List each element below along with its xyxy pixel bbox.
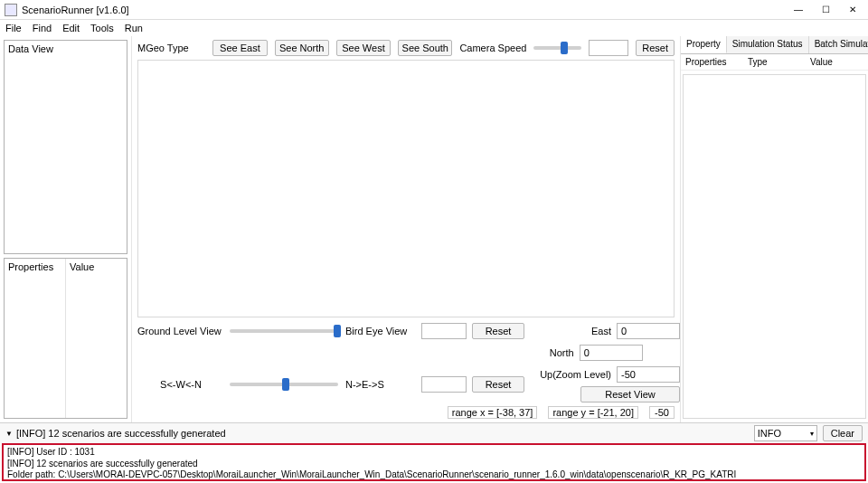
direction-reset-button[interactable]: Reset [472, 376, 524, 393]
range-y-label: range y = [-21, 20] [548, 406, 638, 419]
east-label: East [532, 326, 611, 336]
see-east-button[interactable]: See East [212, 40, 267, 56]
range-x-label: range x = [-38, 37] [448, 406, 538, 419]
chevron-down-icon: ▾ [810, 430, 814, 438]
range-num: -50 [649, 406, 675, 419]
north-input[interactable] [580, 345, 643, 361]
east-input[interactable] [617, 323, 680, 339]
log-line: Folder path: C:\Users\MORAI-DEVPC-057\De… [7, 469, 861, 481]
see-west-button[interactable]: See West [336, 40, 391, 56]
bird-view-label: Bird Eye View [345, 326, 416, 336]
tab-property[interactable]: Property [681, 36, 727, 53]
menu-file[interactable]: File [5, 23, 22, 33]
tab-batch-simulation[interactable]: Batch Simulation [809, 36, 868, 53]
data-view-label: Data View [8, 43, 53, 54]
see-south-button[interactable]: See South [398, 40, 452, 56]
camera-reset-button[interactable]: Reset [636, 40, 675, 56]
zoom-label: Up(Zoom Level) [532, 369, 611, 380]
camera-speed-input[interactable] [589, 40, 628, 56]
window-close-button[interactable]: ✕ [839, 1, 866, 19]
log-line: [INFO] 12 scenarios are successfully gen… [7, 459, 861, 470]
camera-speed-label: Camera Speed [459, 43, 526, 53]
viewport[interactable] [137, 60, 675, 317]
bird-view-input[interactable] [421, 323, 467, 339]
direction-slider[interactable] [230, 383, 338, 386]
value-header: Value [66, 259, 127, 418]
log-summary: [INFO] 12 scenarios are successfully gen… [16, 428, 226, 439]
reset-view-button[interactable]: Reset View [580, 386, 680, 402]
window-minimize-button[interactable]: — [785, 1, 812, 19]
tab-simulation-status[interactable]: Simulation Status [727, 36, 809, 53]
properties-panel: Properties Value [4, 258, 127, 419]
log-level-select[interactable]: INFO ▾ [754, 425, 817, 441]
log-collapse-icon[interactable]: ▼ [5, 430, 13, 438]
app-icon [5, 4, 17, 16]
menu-find[interactable]: Find [33, 23, 52, 33]
menu-tools[interactable]: Tools [90, 23, 114, 33]
log-body: [INFO] User ID : 1031 [INFO] 12 scenario… [2, 443, 866, 481]
log-level-value: INFO [758, 428, 781, 439]
menu-edit[interactable]: Edit [62, 23, 80, 33]
direction-input[interactable] [421, 376, 467, 393]
ground-view-label: Ground Level View [137, 326, 224, 336]
prop-header-type: Type [743, 54, 806, 70]
property-panel-body [683, 74, 866, 419]
menu-run[interactable]: Run [125, 23, 143, 33]
window-maximize-button[interactable]: ☐ [812, 1, 839, 19]
prop-header-value: Value [806, 54, 868, 70]
log-clear-button[interactable]: Clear [823, 425, 863, 441]
see-north-button[interactable]: See North [275, 40, 329, 56]
camera-speed-slider[interactable] [533, 46, 581, 50]
zoom-input[interactable] [617, 366, 680, 383]
properties-header: Properties [5, 259, 66, 418]
window-title: ScenarioRunner [v1.6.0] [22, 5, 129, 15]
swn-label: S<-W<-N [137, 379, 224, 390]
prop-header-properties: Properties [681, 54, 743, 70]
data-view-panel: Data View [4, 40, 127, 254]
north-label: North [495, 347, 574, 358]
nes-label: N->E->S [345, 379, 416, 390]
bird-reset-button[interactable]: Reset [472, 323, 524, 339]
mgeo-type-label: MGeo Type [137, 43, 189, 53]
log-line: [INFO] User ID : 1031 [7, 447, 861, 459]
ground-view-slider[interactable] [230, 329, 338, 333]
